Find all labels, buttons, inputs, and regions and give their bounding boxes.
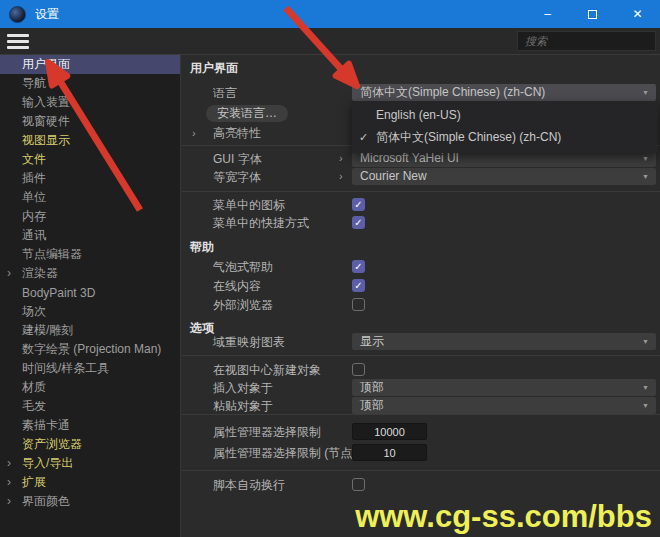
sidebar-item-input-devices[interactable]: 输入装置 bbox=[0, 93, 180, 112]
paste-object-row: 粘贴对象于 顶部 ▼ bbox=[182, 397, 660, 415]
external-browser-row: 外部浏览器 bbox=[182, 296, 660, 314]
menu-item-english[interactable]: English (en-US) bbox=[352, 104, 658, 126]
icons-in-menu-checkbox[interactable]: ✓ bbox=[352, 198, 365, 211]
script-wrap-checkbox[interactable] bbox=[352, 478, 365, 491]
language-dropdown[interactable]: 简体中文(Simple Chinese) (zh-CN) ▼ bbox=[352, 84, 656, 101]
sidebar: 用户界面 导航 输入装置 视窗硬件 视图显示 文件 插件 单位 内存 通讯 节点… bbox=[0, 55, 181, 537]
minimize-button[interactable]: – bbox=[525, 0, 570, 28]
gui-font-label: GUI 字体 bbox=[213, 150, 262, 168]
highlight-label: 高亮特性 bbox=[213, 124, 261, 142]
caret-down-icon: ▼ bbox=[642, 397, 649, 414]
bubble-help-label: 气泡式帮助 bbox=[213, 258, 273, 276]
menu-item-simple-chinese[interactable]: ✓ 简体中文(Simple Chinese) (zh-CN) bbox=[352, 126, 658, 148]
caret-down-icon: ▼ bbox=[642, 333, 649, 350]
sidebar-item-sketch-toon[interactable]: 素描卡通 bbox=[0, 416, 180, 435]
chevron-right-icon[interactable]: › bbox=[7, 492, 11, 511]
close-button[interactable]: ✕ bbox=[615, 0, 660, 28]
divider bbox=[182, 191, 660, 192]
maximize-icon bbox=[588, 10, 597, 19]
chevron-right-icon[interactable]: › bbox=[339, 150, 343, 167]
sidebar-item-viewport-hardware[interactable]: 视窗硬件 bbox=[0, 112, 180, 131]
language-dropdown-menu: English (en-US) ✓ 简体中文(Simple Chinese) (… bbox=[352, 101, 658, 153]
divider bbox=[182, 414, 660, 415]
am-limit-nodes-row: 属性管理器选择限制 (节点) bbox=[182, 444, 660, 462]
sidebar-item-material[interactable]: 材质 bbox=[0, 378, 180, 397]
sidebar-item-bodypaint-3d[interactable]: BodyPaint 3D bbox=[0, 283, 180, 302]
field-remap-dropdown[interactable]: 显示 ▼ bbox=[352, 333, 656, 350]
insert-object-label: 插入对象于 bbox=[213, 379, 273, 397]
caret-down-icon: ▼ bbox=[642, 379, 649, 396]
am-limit-row: 属性管理器选择限制 bbox=[182, 423, 660, 441]
mono-font-dropdown[interactable]: Courier New ▼ bbox=[352, 168, 656, 185]
sidebar-item-asset-browser[interactable]: 资产浏览器 bbox=[0, 435, 180, 454]
sidebar-item-projection-man[interactable]: 数字绘景 (Projection Man) bbox=[0, 340, 180, 359]
sidebar-item-import-export[interactable]: ›导入/导出 bbox=[0, 454, 180, 473]
new-object-center-row: 在视图中心新建对象 bbox=[182, 361, 660, 379]
sidebar-item-extensions[interactable]: ›扩展 bbox=[0, 473, 180, 492]
insert-object-row: 插入对象于 顶部 ▼ bbox=[182, 379, 660, 397]
sidebar-item-interface-colors[interactable]: ›界面颜色 bbox=[0, 492, 180, 511]
window-title: 设置 bbox=[35, 6, 59, 23]
cinema4d-logo-icon bbox=[9, 6, 26, 23]
sidebar-item-user-interface[interactable]: 用户界面 bbox=[0, 55, 180, 74]
chevron-right-icon[interactable]: › bbox=[7, 473, 11, 492]
shortcuts-in-menu-row: 菜单中的快捷方式 ✓ bbox=[182, 214, 660, 232]
sidebar-item-takes[interactable]: 场次 bbox=[0, 302, 180, 321]
bubble-help-row: 气泡式帮助 ✓ bbox=[182, 258, 660, 276]
divider bbox=[182, 470, 660, 471]
sidebar-item-node-editor[interactable]: 节点编辑器 bbox=[0, 245, 180, 264]
new-object-center-checkbox[interactable] bbox=[352, 363, 365, 376]
sidebar-item-files[interactable]: 文件 bbox=[0, 150, 180, 169]
main-panel: 用户界面 语言 简体中文(Simple Chinese) (zh-CN) ▼ 安… bbox=[182, 55, 660, 537]
language-label: 语言 bbox=[213, 84, 237, 102]
titlebar: 设置 – ✕ bbox=[0, 0, 660, 28]
field-remap-row: 域重映射图表 显示 ▼ bbox=[182, 333, 660, 351]
sidebar-item-plugins[interactable]: 插件 bbox=[0, 169, 180, 188]
settings-window: 设置 – ✕ 用户界面 导航 输入装置 视窗硬件 视图显示 文件 插件 单位 内… bbox=[0, 0, 660, 537]
online-content-checkbox[interactable]: ✓ bbox=[352, 279, 365, 292]
chevron-right-icon[interactable]: › bbox=[7, 454, 11, 473]
shortcuts-in-menu-checkbox[interactable]: ✓ bbox=[352, 216, 365, 229]
insert-object-dropdown[interactable]: 顶部 ▼ bbox=[352, 379, 656, 396]
online-content-label: 在线内容 bbox=[213, 277, 261, 295]
maximize-button[interactable] bbox=[570, 0, 615, 28]
field-remap-label: 域重映射图表 bbox=[213, 333, 285, 351]
am-limit-label: 属性管理器选择限制 bbox=[213, 423, 321, 441]
shortcuts-in-menu-label: 菜单中的快捷方式 bbox=[213, 214, 309, 232]
watermark-text: www.cg-ss.com/bbs bbox=[355, 499, 652, 535]
chevron-right-icon[interactable]: › bbox=[7, 264, 11, 283]
sidebar-item-renderer[interactable]: ›渲染器 bbox=[0, 264, 180, 283]
sidebar-item-modeling-sculpting[interactable]: 建模/雕刻 bbox=[0, 321, 180, 340]
help-section-header: 帮助 bbox=[190, 238, 214, 256]
online-content-row: 在线内容 ✓ bbox=[182, 277, 660, 295]
am-limit-input[interactable] bbox=[352, 423, 427, 440]
sidebar-item-communication[interactable]: 通讯 bbox=[0, 226, 180, 245]
search-input[interactable] bbox=[517, 31, 656, 51]
install-language-button[interactable]: 安装语言… bbox=[206, 105, 288, 122]
paste-object-dropdown[interactable]: 顶部 ▼ bbox=[352, 397, 656, 414]
caret-down-icon: ▼ bbox=[642, 84, 649, 101]
mono-font-label: 等宽字体 bbox=[213, 168, 261, 186]
am-limit-nodes-input[interactable] bbox=[352, 444, 427, 461]
sidebar-item-units[interactable]: 单位 bbox=[0, 188, 180, 207]
icons-in-menu-row: 菜单中的图标 ✓ bbox=[182, 196, 660, 214]
sidebar-item-navigation[interactable]: 导航 bbox=[0, 74, 180, 93]
sidebar-item-memory[interactable]: 内存 bbox=[0, 207, 180, 226]
chevron-right-icon[interactable]: › bbox=[339, 168, 343, 185]
divider bbox=[182, 355, 660, 356]
am-limit-nodes-label: 属性管理器选择限制 (节点) bbox=[213, 444, 356, 462]
external-browser-checkbox[interactable] bbox=[352, 298, 365, 311]
bubble-help-checkbox[interactable]: ✓ bbox=[352, 260, 365, 273]
language-row: 语言 简体中文(Simple Chinese) (zh-CN) ▼ bbox=[182, 84, 660, 102]
sidebar-item-hair[interactable]: 毛发 bbox=[0, 397, 180, 416]
sidebar-item-view-display[interactable]: 视图显示 bbox=[0, 131, 180, 150]
hamburger-menu-icon[interactable] bbox=[7, 34, 29, 49]
new-object-center-label: 在视图中心新建对象 bbox=[213, 361, 321, 379]
checkmark-icon: ✓ bbox=[359, 131, 368, 144]
external-browser-label: 外部浏览器 bbox=[213, 296, 273, 314]
script-wrap-row: 脚本自动换行 bbox=[182, 476, 660, 494]
chevron-right-icon[interactable]: › bbox=[192, 124, 196, 142]
sidebar-item-timeline-spline-tools[interactable]: 时间线/样条工具 bbox=[0, 359, 180, 378]
paste-object-label: 粘贴对象于 bbox=[213, 397, 273, 415]
mono-font-row: 等宽字体 › Courier New ▼ bbox=[182, 168, 660, 186]
